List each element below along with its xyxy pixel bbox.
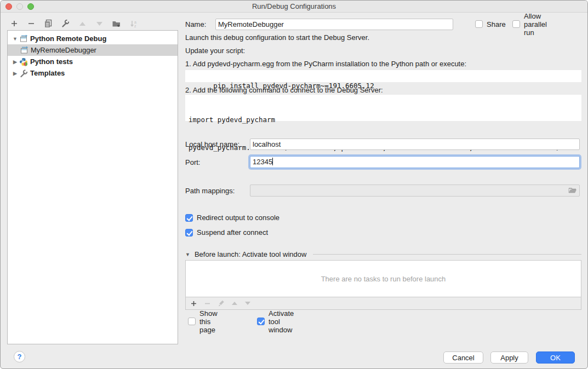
move-task-up-button[interactable] bbox=[231, 300, 238, 307]
move-down-button[interactable] bbox=[94, 19, 104, 28]
wrench-icon bbox=[19, 69, 28, 78]
remove-task-button[interactable] bbox=[204, 300, 211, 307]
close-window-button[interactable] bbox=[5, 3, 12, 10]
tree-item-label: Python Remote Debug bbox=[30, 34, 106, 43]
edit-defaults-button[interactable] bbox=[60, 19, 70, 28]
remote-debug-icon bbox=[20, 46, 28, 55]
remove-configuration-button[interactable] bbox=[26, 19, 36, 28]
ok-button[interactable]: OK bbox=[536, 351, 575, 364]
port-input[interactable]: 12345 bbox=[250, 156, 580, 168]
description-text: Launch this debug configuration to start… bbox=[185, 33, 369, 42]
configurations-toolbar: a z bbox=[9, 18, 138, 30]
chevron-down-icon[interactable]: ▼ bbox=[12, 36, 18, 42]
remove-icon bbox=[27, 20, 35, 27]
svg-text:z: z bbox=[134, 24, 136, 27]
wrench-icon bbox=[61, 19, 70, 28]
apply-button[interactable]: Apply bbox=[490, 351, 528, 364]
sort-alphabetically-icon: a z bbox=[129, 20, 138, 28]
show-this-page-label: Show this page bbox=[199, 309, 218, 334]
move-up-icon bbox=[79, 20, 86, 27]
checkbox-checked-icon bbox=[185, 229, 193, 237]
tree-item-python-tests[interactable]: ▶ Python tests bbox=[8, 56, 178, 67]
tree-item-python-remote-debug[interactable]: ▼ Python Remote Debug bbox=[8, 33, 178, 44]
chevron-right-icon[interactable]: ▶ bbox=[12, 59, 18, 65]
suspend-after-connect-checkbox[interactable]: Suspend after connect bbox=[185, 228, 268, 237]
chevron-right-icon[interactable]: ▶ bbox=[12, 71, 18, 76]
show-this-page-checkbox[interactable]: Show this page bbox=[188, 309, 218, 334]
path-mappings-input[interactable] bbox=[250, 184, 580, 197]
before-launch-section-header[interactable]: ▼ Before launch: Activate tool window bbox=[185, 250, 581, 258]
name-label: Name: bbox=[185, 20, 206, 28]
step2-text: 2. Add the following command to connect … bbox=[185, 86, 383, 95]
no-tasks-text: There are no tasks to run before launch bbox=[321, 275, 446, 283]
port-label: Port: bbox=[185, 158, 200, 166]
tree-item-label: Python tests bbox=[30, 57, 73, 66]
checkbox-checked-icon bbox=[257, 318, 265, 325]
checkbox-unchecked-icon bbox=[475, 20, 483, 28]
redirect-output-label: Redirect output to console bbox=[197, 214, 279, 222]
checkbox-unchecked-icon bbox=[188, 318, 196, 325]
redirect-output-checkbox[interactable]: Redirect output to console bbox=[185, 214, 279, 222]
settrace-code-snippet[interactable]: import pydevd_pycharm pydevd_pycharm.set… bbox=[185, 95, 581, 121]
pip-install-code-snippet[interactable]: pip install pydevd-pycharm~=191.6605.12 bbox=[185, 70, 581, 82]
before-launch-tasks-list[interactable]: There are no tasks to run before launch bbox=[185, 260, 581, 297]
new-folder-button[interactable] bbox=[111, 19, 121, 28]
new-folder-icon bbox=[112, 20, 121, 28]
checkbox-unchecked-icon bbox=[512, 20, 520, 28]
local-host-name-input[interactable] bbox=[250, 139, 580, 150]
move-down-icon bbox=[96, 20, 103, 27]
tasks-toolbar bbox=[185, 297, 581, 310]
cancel-button[interactable]: Cancel bbox=[443, 351, 483, 364]
allow-parallel-run-checkbox[interactable]: Allow parallel run bbox=[512, 12, 547, 37]
help-button[interactable]: ? bbox=[14, 351, 25, 362]
open-folder-icon[interactable] bbox=[568, 187, 578, 194]
tree-item-templates[interactable]: ▶ Templates bbox=[8, 67, 178, 79]
add-configuration-button[interactable] bbox=[9, 19, 19, 28]
sort-configurations-button[interactable]: a z bbox=[128, 19, 138, 28]
activate-tool-window-label: Activate tool window bbox=[269, 309, 294, 334]
svg-text:a: a bbox=[134, 20, 136, 24]
update-script-text: Update your script: bbox=[185, 47, 245, 55]
allow-parallel-run-label: Allow parallel run bbox=[524, 12, 547, 37]
move-up-button[interactable] bbox=[77, 19, 87, 28]
minimize-window-button[interactable] bbox=[16, 3, 23, 10]
remote-debug-icon bbox=[19, 34, 28, 43]
python-tests-icon bbox=[19, 57, 28, 66]
suspend-after-connect-label: Suspend after connect bbox=[197, 228, 268, 237]
configurations-tree: ▼ Python Remote Debug MyRemoteDebugger ▶ bbox=[7, 30, 178, 344]
configuration-editor: Name: Share Allow parallel run Launch th… bbox=[185, 1, 581, 369]
copy-icon bbox=[44, 19, 53, 28]
activate-tool-window-checkbox[interactable]: Activate tool window bbox=[257, 309, 294, 334]
port-value: 12345 bbox=[253, 158, 272, 166]
code-line: import pydevd_pycharm bbox=[189, 115, 578, 124]
move-task-down-button[interactable] bbox=[244, 300, 251, 307]
edit-task-button[interactable] bbox=[218, 300, 225, 307]
add-task-button[interactable] bbox=[190, 300, 197, 307]
run-debug-configurations-dialog: Run/Debug Configurations bbox=[0, 0, 588, 369]
share-checkbox[interactable]: Share bbox=[475, 20, 506, 28]
section-divider bbox=[313, 254, 581, 255]
tree-item-myremotedebugger[interactable]: MyRemoteDebugger bbox=[8, 44, 178, 56]
share-label: Share bbox=[487, 20, 506, 28]
name-input[interactable] bbox=[215, 19, 453, 30]
tree-item-label: MyRemoteDebugger bbox=[31, 46, 96, 54]
chevron-down-icon[interactable]: ▼ bbox=[185, 252, 190, 257]
add-icon bbox=[10, 20, 18, 27]
traffic-lights bbox=[5, 3, 34, 10]
checkbox-checked-icon bbox=[185, 214, 193, 222]
zoom-window-button[interactable] bbox=[27, 3, 34, 10]
before-launch-label: Before launch: Activate tool window bbox=[195, 250, 307, 258]
local-host-name-label: Local host name: bbox=[185, 140, 239, 148]
tree-item-label: Templates bbox=[30, 69, 65, 77]
copy-configuration-button[interactable] bbox=[43, 19, 53, 28]
path-mappings-label: Path mappings: bbox=[185, 187, 235, 195]
text-caret bbox=[272, 158, 273, 165]
help-question-icon: ? bbox=[18, 353, 22, 361]
step1-text: 1. Add pydevd-pycharm.egg from the PyCha… bbox=[185, 60, 466, 68]
